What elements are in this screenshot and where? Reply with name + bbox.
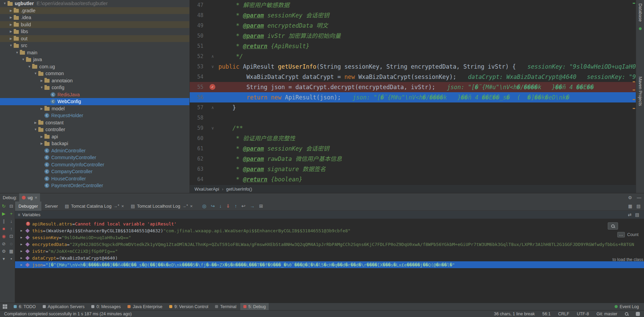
tree-item-requestholder[interactable]: CRequestHolder <box>0 112 189 119</box>
tree-down-chevron-icon[interactable]: ▼ <box>27 65 32 68</box>
tree-right-chevron-icon[interactable]: ▶ <box>8 23 14 26</box>
editor-line-64[interactable]: 64 * @return {boolean} <box>190 174 636 184</box>
editor-line-58[interactable]: 58 <box>190 113 636 123</box>
editor[interactable]: 47 * 解密用户敏感数据48 * @param sessionKey 会话密钥… <box>190 0 636 184</box>
fold-marker-icon[interactable]: ∨ <box>207 123 218 133</box>
tree-item-ugbutler[interactable]: ▼ugbutlerE:\open\idea\waibao\test\ugbutl… <box>0 0 189 7</box>
tree-right-chevron-icon[interactable]: ▶ <box>33 121 38 124</box>
editor-line-47[interactable]: 47 * 解密用户敏感数据 <box>190 0 636 10</box>
variables-search-box[interactable] <box>608 222 618 230</box>
collapse-panel-icon[interactable]: ⊟ <box>10 204 13 209</box>
tree-item-controller[interactable]: ▼controller <box>0 126 189 133</box>
tree-down-chevron-icon[interactable]: ▼ <box>39 86 44 89</box>
force-step-into-icon[interactable]: ⇓ <box>226 203 230 209</box>
breakpoint-gutter[interactable]: ✓ <box>207 82 218 92</box>
debug-session-tab[interactable]: ug × <box>19 193 40 202</box>
editor-line-56[interactable]: 56 return new ApiResult(json);json: "[�¨… <box>190 92 636 102</box>
editor-line-48[interactable]: 48 * @param sessionKey 会话密钥 <box>190 10 636 20</box>
step-into-strip-icon[interactable]: ↓ <box>10 219 13 224</box>
tree-item-java[interactable]: ▼java <box>0 56 189 63</box>
tree-item-webconfig[interactable]: CWebConfig <box>0 98 189 105</box>
tree-right-chevron-icon[interactable]: ▶ <box>8 9 14 12</box>
breakpoint-icon[interactable]: ✓ <box>210 84 215 90</box>
close-icon[interactable]: × <box>121 204 124 209</box>
editor-line-50[interactable]: 50 * @param ivStr 加密算法的初始向量 <box>190 31 636 41</box>
tool-tab-application-servers[interactable]: Application Servers <box>40 303 88 311</box>
tree-down-chevron-icon[interactable]: ▼ <box>33 72 38 75</box>
evaluate-expression-icon[interactable]: ⊞ <box>259 203 263 209</box>
tree-item-common[interactable]: ▼common <box>0 70 189 77</box>
variable-row-this[interactable]: ▶this = (WxaUserApi$$EnhancerByCGLIB$$31… <box>15 227 644 234</box>
grid-icon[interactable]: ▦ <box>9 249 13 254</box>
editor-line-61[interactable]: 61 * @param sessionKey 会话密钥 <box>190 143 636 154</box>
tree-item-model[interactable]: ▶model <box>0 105 189 112</box>
minimize-icon[interactable]: — <box>637 195 641 200</box>
rerun-icon[interactable]: ↻ <box>2 204 6 209</box>
tree-item-paymentordercontroller[interactable]: CPaymentOrderController <box>0 182 189 189</box>
file-encoding[interactable]: UTF-8 <box>577 312 589 316</box>
hector-icon[interactable] <box>636 312 640 316</box>
variable-row-sessionkey[interactable]: ▶sessionKey = "9slO4wHeiOD+uqIaH0u1wQ==" <box>15 234 644 241</box>
tree-item-api[interactable]: ▶api <box>0 133 189 140</box>
tool-tab-event-log[interactable]: Event Log <box>612 303 642 311</box>
step-out-icon[interactable]: ↑ <box>234 203 237 209</box>
tree-item-build[interactable]: ▶build <box>0 21 189 28</box>
variable-row-datacrypt[interactable]: ▶dataCrypt = (WxaBizDataCrypt@4640) <box>15 254 644 261</box>
tree-item-admincontroller[interactable]: CAdminController <box>0 147 189 154</box>
tree-down-chevron-icon[interactable]: ▼ <box>21 58 26 61</box>
swap-icon[interactable]: ⇄ <box>628 212 632 217</box>
tree-item-redisjava[interactable]: CRedisJava <box>0 91 189 98</box>
tree-right-chevron-icon[interactable]: ▶ <box>8 30 14 33</box>
tool-tab-5-debug[interactable]: 5: Debug <box>240 303 269 311</box>
tree-item-backapi[interactable]: ▶backapi <box>0 140 189 147</box>
tab-database[interactable]: Database <box>638 3 643 22</box>
editor-line-60[interactable]: 60 * 验证用户信息完整性 <box>190 133 636 143</box>
debug-tab-tomcat-catalina-log[interactable]: ▤Tomcat Catalina Log→*× <box>61 202 127 211</box>
pin-icon[interactable]: ▪ <box>11 256 12 261</box>
editor-line-49[interactable]: 49 * @param encryptedData 明文 <box>190 20 636 31</box>
tool-window-switcher-icon[interactable] <box>3 304 7 309</box>
tool-tab-6-todo[interactable]: 6: TODO <box>11 303 39 311</box>
tree-right-chevron-icon[interactable]: ▶ <box>39 107 44 110</box>
editor-line-62[interactable]: 62 * @param rawData 微信用户基本信息 <box>190 154 636 164</box>
tree-item-libs[interactable]: ▶libs <box>0 28 189 35</box>
tree-item-main[interactable]: ▼main <box>0 49 189 56</box>
editor-line-59[interactable]: 59∨ /** <box>190 123 636 133</box>
breadcrumb-method[interactable]: getUserInfo() <box>226 187 252 192</box>
tree-item-housecontroller[interactable]: CHouseController <box>0 175 189 182</box>
debug-tab-debugger[interactable]: Debugger <box>15 202 41 211</box>
pause-icon[interactable]: ∥ <box>3 219 5 224</box>
tree-item-annotaion[interactable]: ▶annotaion <box>0 77 189 84</box>
settings-icon[interactable]: ⚙ <box>2 249 6 254</box>
snapshot-icon[interactable]: ⊡ <box>10 234 13 239</box>
tree-item-config[interactable]: ▼config <box>0 84 189 91</box>
tree-down-chevron-icon[interactable]: ▼ <box>14 51 20 54</box>
tree-item-communityinfocontroller[interactable]: CCommunityInfoController <box>0 161 189 168</box>
show-execution-point-icon[interactable]: ◎ <box>202 203 206 209</box>
variable-row-encrypteddata[interactable]: ▶encryptedData = "2Xy042J8O5C9qpckdPRoWD… <box>15 241 644 248</box>
close-icon[interactable]: × <box>190 204 193 209</box>
view-breakpoints-icon[interactable]: ◉ <box>2 234 5 239</box>
drop-frame-icon[interactable]: ↩ <box>241 203 245 209</box>
find-icon[interactable]: ◌ <box>10 241 13 246</box>
tree-down-chevron-icon[interactable]: ▼ <box>2 2 8 5</box>
tree-right-chevron-icon[interactable]: ▶ <box>39 142 44 145</box>
tree-item-com-ug[interactable]: ▼com.ug <box>0 63 189 70</box>
tree-item-communitycontroller[interactable]: CCommunityController <box>0 154 189 161</box>
fold-marker-icon[interactable]: ∧ <box>207 102 218 113</box>
tool-tab-terminal[interactable]: Terminal <box>212 303 239 311</box>
caret-position[interactable]: 56:1 <box>542 312 550 316</box>
tree-item-idea[interactable]: ▶.idea <box>0 14 189 21</box>
settings-gear-icon[interactable]: ⚙ <box>628 195 632 200</box>
tree-right-chevron-icon[interactable]: ▶ <box>39 135 44 138</box>
stop-icon[interactable]: ■ <box>2 226 5 231</box>
search-icon[interactable] <box>625 312 628 316</box>
scroll-to-end-icon[interactable]: →* <box>113 204 119 208</box>
line-separator[interactable]: CRLF <box>558 312 569 316</box>
step-over-icon[interactable]: ↪ <box>211 203 215 209</box>
debug-tab-tomcat-localhost-log[interactable]: ▤Tomcat Localhost Log→*× <box>127 202 196 211</box>
tree-right-chevron-icon[interactable]: ▶ <box>39 79 44 82</box>
tree-right-chevron-icon[interactable]: ▶ <box>8 16 14 19</box>
editor-line-51[interactable]: 51 * @return {ApiResult} <box>190 41 636 51</box>
editor-line-57[interactable]: 57∧ } <box>190 102 636 113</box>
